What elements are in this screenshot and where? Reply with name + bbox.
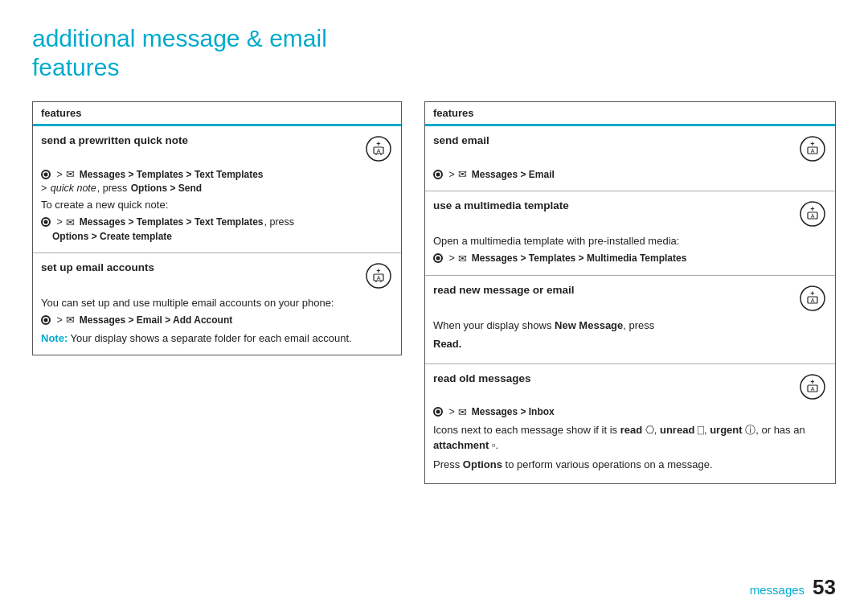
nav-dot-r3 <box>433 407 443 417</box>
msg-icon-r3: ✉ <box>458 406 467 418</box>
svg-text:A: A <box>811 298 815 303</box>
footer-page-number: 53 <box>813 575 836 600</box>
section-read-old: read old messages + A > <box>425 364 835 484</box>
nav-dot-1 <box>41 170 51 179</box>
section-quick-note-header: send a prewritten quick note + A <box>41 134 393 163</box>
left-table: features send a prewritten quick note + … <box>32 101 402 355</box>
section-email-title: set up email accounts <box>41 261 154 273</box>
right-table-header: features <box>425 102 835 126</box>
content-area: features send a prewritten quick note + … <box>32 101 836 484</box>
page: additional message & email features feat… <box>0 0 868 616</box>
email-body: You can set up and use multiple email ac… <box>41 295 393 311</box>
phone-icon-read-old: + A <box>798 372 827 401</box>
right-column: features send email + A <box>424 101 836 484</box>
section-read-new: read new message or email + A When your … <box>425 276 835 364</box>
nav-path-read-old: > ✉ Messages > Inbox <box>433 406 827 418</box>
section-read-new-title: read new message or email <box>433 284 575 296</box>
right-table: features send email + A <box>424 101 836 484</box>
section-email-header: set up email accounts + A <box>41 261 393 290</box>
svg-text:A: A <box>811 148 815 154</box>
section-multimedia-header: use a multimedia template + A <box>433 199 827 228</box>
nav-dot-3 <box>41 315 51 325</box>
nav-path-email: > ✉ Messages > Email > Add Account <box>41 314 393 326</box>
nav-dot-r1 <box>433 170 443 179</box>
section-multimedia: use a multimedia template + A Open a mul… <box>425 191 835 276</box>
svg-text:A: A <box>811 213 815 219</box>
footer-label: messages <box>750 583 805 597</box>
svg-text:A: A <box>811 386 815 392</box>
left-column: features send a prewritten quick note + … <box>32 101 402 484</box>
phone-icon-multimedia: + A <box>798 199 827 228</box>
nav-path-multimedia: > ✉ Messages > Templates > Multimedia Te… <box>433 253 827 265</box>
section-quick-note-title: send a prewritten quick note <box>41 134 188 146</box>
phone-icon-send-email: + A <box>798 134 827 163</box>
nav-path-quick-note-4: Options > Create template <box>52 231 393 242</box>
left-table-header: features <box>33 102 401 126</box>
quick-note-body: To create a new quick note: <box>41 197 393 213</box>
note-label: Note: <box>41 332 68 344</box>
read-old-body-2: Press Options to perform various operati… <box>433 457 827 473</box>
nav-dot-r2 <box>433 253 443 263</box>
email-note: Note: Your display shows a separate fold… <box>41 331 393 347</box>
msg-icon-3: ✉ <box>66 314 75 326</box>
section-read-old-title: read old messages <box>433 372 531 384</box>
section-send-email: send email + A > <box>425 126 835 191</box>
phone-icon-email: + A <box>364 261 393 290</box>
read-old-body-1: Icons next to each message show if it is… <box>433 422 827 454</box>
msg-icon-1: ✉ <box>66 168 75 180</box>
section-read-old-header: read old messages + A <box>433 372 827 401</box>
page-title: additional message & email features <box>32 24 402 82</box>
svg-text:A: A <box>377 275 381 281</box>
section-read-new-header: read new message or email + A <box>433 284 827 313</box>
nav-path-quick-note-3: > ✉ Messages > Templates > Text Template… <box>41 216 393 228</box>
section-send-email-header: send email + A <box>433 134 827 163</box>
section-quick-note: send a prewritten quick note + A <box>33 126 401 253</box>
read-new-body: When your display shows New Message, pre… <box>433 318 827 334</box>
nav-path-quick-note-1: > ✉ Messages > Templates > Text Template… <box>41 168 393 180</box>
footer: messages 53 <box>750 575 836 600</box>
phone-icon-read-new: + A <box>798 284 827 313</box>
svg-text:A: A <box>377 148 381 154</box>
nav-path-quick-note-2: > quick note , press Options > Send <box>41 183 393 194</box>
section-multimedia-title: use a multimedia template <box>433 199 569 211</box>
read-new-read: Read. <box>433 336 827 352</box>
nav-dot-2 <box>41 217 51 227</box>
msg-icon-r1: ✉ <box>458 168 467 180</box>
section-send-email-title: send email <box>433 134 489 146</box>
phone-icon-quick-note: + A <box>364 134 393 163</box>
nav-path-send-email: > ✉ Messages > Email <box>433 168 827 180</box>
msg-icon-2: ✉ <box>66 216 75 228</box>
msg-icon-r2: ✉ <box>458 253 467 265</box>
multimedia-body: Open a multimedia template with pre-inst… <box>433 233 827 249</box>
section-email-accounts: set up email accounts + A You can set up <box>33 253 401 355</box>
